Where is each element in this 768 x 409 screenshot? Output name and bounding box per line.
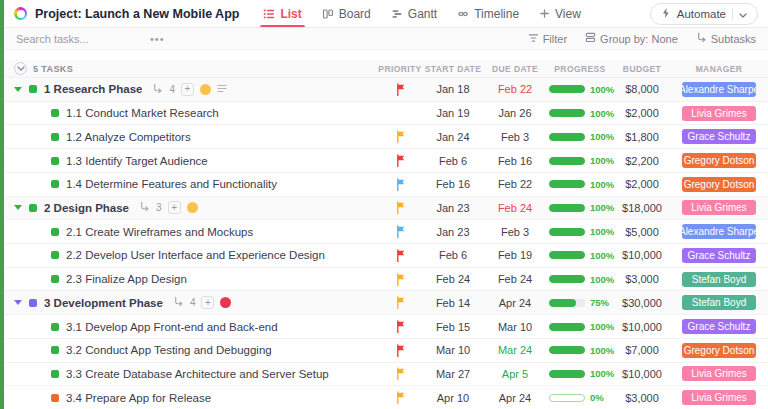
manager-badge[interactable]: Grace Schultz xyxy=(682,248,756,263)
expand-caret-icon[interactable] xyxy=(14,205,22,210)
due-date[interactable]: Feb 24 xyxy=(484,202,546,214)
budget-value[interactable]: $2,200 xyxy=(614,155,670,167)
group-row[interactable]: 2 Design Phase3+Jan 23Feb 24100%$18,000L… xyxy=(4,197,768,221)
task-name[interactable]: 2.2 Develop User Interface and Experienc… xyxy=(66,249,325,261)
manager-badge[interactable]: Livia Grimes xyxy=(682,390,756,405)
budget-value[interactable]: $30,000 xyxy=(614,297,670,309)
priority-flag-icon[interactable] xyxy=(378,178,422,191)
budget-value[interactable]: $2,000 xyxy=(614,107,670,119)
budget-value[interactable]: $10,000 xyxy=(614,249,670,261)
task-name[interactable]: 3.3 Create Database Architecture and Ser… xyxy=(66,368,329,380)
manager-badge[interactable]: Stefan Boyd xyxy=(682,295,756,310)
task-row[interactable]: 1.1 Conduct Market ResearchJan 19Jan 261… xyxy=(4,102,768,126)
subtask-count[interactable]: 4 xyxy=(190,297,196,308)
status-square-icon[interactable] xyxy=(51,394,59,402)
due-date[interactable]: Feb 22 xyxy=(484,83,546,95)
task-name[interactable]: 2.1 Create Wireframes and Mockups xyxy=(66,226,253,238)
due-date[interactable]: Mar 10 xyxy=(484,321,546,333)
due-date[interactable]: Feb 3 xyxy=(484,131,546,143)
priority-flag-icon[interactable] xyxy=(378,367,422,380)
due-date[interactable]: Apr 24 xyxy=(484,297,546,309)
priority-flag-icon[interactable] xyxy=(378,320,422,333)
task-row[interactable]: 3.2 Conduct App Testing and DebuggingMar… xyxy=(4,339,768,363)
status-emoji-icon[interactable] xyxy=(187,202,198,213)
start-date[interactable]: Mar 10 xyxy=(422,344,484,356)
start-date[interactable]: Jan 24 xyxy=(422,131,484,143)
due-date[interactable]: Feb 19 xyxy=(484,249,546,261)
add-task-button[interactable]: + xyxy=(168,201,181,214)
priority-flag-icon[interactable] xyxy=(378,130,422,143)
start-date[interactable]: Jan 19 xyxy=(422,107,484,119)
task-row[interactable]: 3.4 Prepare App for ReleaseApr 10Apr 240… xyxy=(4,386,768,409)
manager-badge[interactable]: Livia Grimes xyxy=(682,106,756,121)
manager-badge[interactable]: Alexandre Sharpe xyxy=(682,224,756,239)
start-date[interactable]: Feb 16 xyxy=(422,178,484,190)
collapse-group-button[interactable] xyxy=(14,62,27,75)
subtask-count[interactable]: 3 xyxy=(156,202,162,213)
more-options-button[interactable]: ••• xyxy=(150,33,165,45)
task-name[interactable]: 3.1 Develop App Front-end and Back-end xyxy=(66,321,278,333)
due-date[interactable]: Mar 24 xyxy=(484,344,546,356)
budget-value[interactable]: $5,000 xyxy=(614,226,670,238)
manager-badge[interactable]: Gregory Dotson xyxy=(682,343,756,358)
task-name[interactable]: 3.2 Conduct App Testing and Debugging xyxy=(66,344,272,356)
task-row[interactable]: 2.1 Create Wireframes and MockupsJan 23F… xyxy=(4,220,768,244)
expand-caret-icon[interactable] xyxy=(14,300,22,305)
budget-value[interactable]: $10,000 xyxy=(614,321,670,333)
priority-flag-icon[interactable] xyxy=(378,249,422,262)
start-date[interactable]: Mar 27 xyxy=(422,368,484,380)
manager-badge[interactable]: Livia Grimes xyxy=(682,200,756,215)
column-header-due-date[interactable]: DUE DATE xyxy=(484,64,546,74)
status-square-icon[interactable] xyxy=(51,275,59,283)
status-square-icon[interactable] xyxy=(51,157,59,165)
status-square-icon[interactable] xyxy=(51,109,59,117)
budget-value[interactable]: $18,000 xyxy=(614,202,670,214)
status-square-icon[interactable] xyxy=(29,85,37,93)
start-date[interactable]: Feb 24 xyxy=(422,273,484,285)
start-date[interactable]: Feb 15 xyxy=(422,321,484,333)
tab-gantt[interactable]: Gantt xyxy=(391,0,437,27)
manager-badge[interactable]: Gregory Dotson xyxy=(682,153,756,168)
due-date[interactable]: Apr 24 xyxy=(484,392,546,404)
status-square-icon[interactable] xyxy=(51,251,59,259)
task-name[interactable]: 1.4 Determine Features and Functionality xyxy=(66,178,277,190)
status-emoji-icon[interactable] xyxy=(200,84,211,95)
task-row[interactable]: 1.2 Analyze CompetitorsJan 24Feb 3100%$1… xyxy=(4,125,768,149)
budget-value[interactable]: $7,000 xyxy=(614,344,670,356)
task-name[interactable]: 1 Research Phase xyxy=(44,83,142,95)
task-name[interactable]: 3.4 Prepare App for Release xyxy=(66,392,211,404)
task-name[interactable]: 2.3 Finalize App Design xyxy=(66,273,187,285)
start-date[interactable]: Feb 6 xyxy=(422,155,484,167)
budget-value[interactable]: $3,000 xyxy=(614,273,670,285)
due-date[interactable]: Feb 24 xyxy=(484,273,546,285)
priority-flag-icon[interactable] xyxy=(378,296,422,309)
manager-badge[interactable]: Gregory Dotson xyxy=(682,177,756,192)
subtask-count[interactable]: 4 xyxy=(169,84,175,95)
manager-badge[interactable]: Grace Schultz xyxy=(682,129,756,144)
chevron-down-icon[interactable] xyxy=(739,8,747,20)
start-date[interactable]: Jan 18 xyxy=(422,83,484,95)
start-date[interactable]: Feb 14 xyxy=(422,297,484,309)
status-square-icon[interactable] xyxy=(29,204,37,212)
status-square-icon[interactable] xyxy=(51,370,59,378)
group-by-button[interactable]: Group by: None xyxy=(585,32,678,45)
filter-button[interactable]: Filter xyxy=(528,33,567,45)
add-task-button[interactable]: + xyxy=(181,83,194,96)
column-header-priority[interactable]: PRIORITY xyxy=(378,64,422,74)
task-name[interactable]: 2 Design Phase xyxy=(44,202,129,214)
budget-value[interactable]: $1,800 xyxy=(614,131,670,143)
column-header-progress[interactable]: PROGRESS xyxy=(546,64,614,74)
status-square-icon[interactable] xyxy=(51,180,59,188)
task-name[interactable]: 1.2 Analyze Competitors xyxy=(66,131,191,143)
due-date[interactable]: Feb 3 xyxy=(484,226,546,238)
budget-value[interactable]: $10,000 xyxy=(614,368,670,380)
priority-flag-icon[interactable] xyxy=(378,273,422,286)
start-date[interactable]: Apr 10 xyxy=(422,392,484,404)
task-row[interactable]: 3.1 Develop App Front-end and Back-endFe… xyxy=(4,315,768,339)
due-date[interactable]: Jan 26 xyxy=(484,107,546,119)
priority-flag-icon[interactable] xyxy=(378,83,422,96)
task-name[interactable]: 1.1 Conduct Market Research xyxy=(66,107,219,119)
column-header-manager[interactable]: MANAGER xyxy=(670,64,768,74)
status-square-icon[interactable] xyxy=(51,228,59,236)
subtasks-button[interactable]: Subtasks xyxy=(696,32,756,45)
